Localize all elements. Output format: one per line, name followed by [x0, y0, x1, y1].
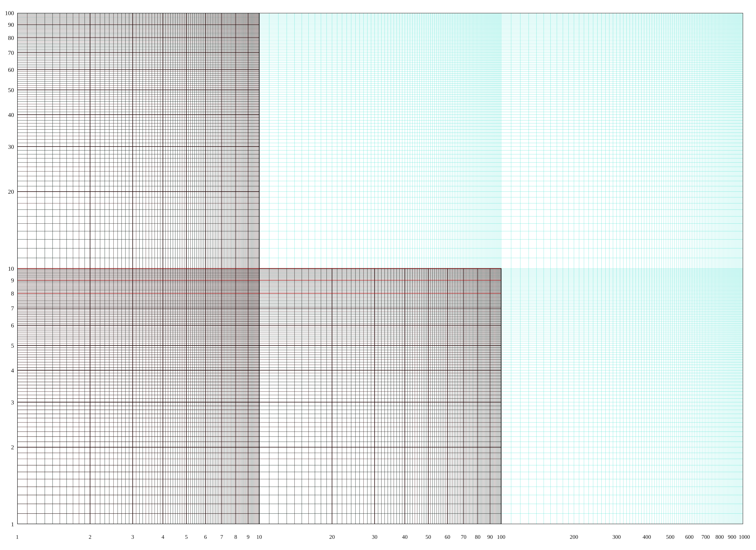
y-axis-label: 5 — [0, 342, 14, 349]
x-axis-label: 80 — [473, 534, 482, 540]
x-axis-label: 1000 — [739, 534, 747, 540]
y-axis-label: 2 — [0, 444, 14, 451]
x-axis-label: 7 — [217, 534, 226, 540]
y-axis-label: 7 — [0, 305, 14, 312]
y-axis-label: 100 — [0, 10, 14, 17]
y-axis-label: 4 — [0, 367, 14, 374]
x-axis-label: 400 — [642, 534, 651, 540]
y-axis-label: 20 — [0, 188, 14, 195]
x-axis-label: 800 — [715, 534, 724, 540]
x-axis-label: 600 — [685, 534, 694, 540]
y-axis-label: 9 — [0, 277, 14, 284]
x-axis-label: 8 — [232, 534, 240, 540]
chart-area: 1009080706050403020109876543211234567891… — [17, 13, 743, 524]
x-axis-label: 5 — [182, 534, 191, 540]
x-axis-label: 30 — [370, 534, 379, 540]
x-axis-label: 9 — [244, 534, 252, 540]
x-axis-label: 4 — [159, 534, 167, 540]
x-axis-label: 60 — [443, 534, 452, 540]
x-axis-label: 40 — [401, 534, 409, 540]
page: 1009080706050403020109876543211234567891… — [0, 0, 756, 550]
x-axis-label: 2 — [86, 534, 94, 540]
y-axis-label: 80 — [0, 34, 14, 41]
y-axis-label: 90 — [0, 21, 14, 28]
y-axis-label: 3 — [0, 399, 14, 406]
y-axis-label: 10 — [0, 265, 14, 272]
x-axis-label: 300 — [612, 534, 621, 540]
x-axis-label: 70 — [459, 534, 468, 540]
x-axis-label: 20 — [328, 534, 336, 540]
x-axis-label: 900 — [728, 534, 736, 540]
x-axis-label: 1 — [13, 534, 22, 540]
x-axis-label: 10 — [255, 534, 263, 540]
x-axis-label: 500 — [666, 534, 675, 540]
x-axis-label: 200 — [570, 534, 578, 540]
y-axis-label: 8 — [0, 290, 14, 297]
y-axis-label: 60 — [0, 66, 14, 73]
x-axis-label: 700 — [701, 534, 710, 540]
y-axis-label: 50 — [0, 87, 14, 94]
x-axis-label: 3 — [128, 534, 137, 540]
y-axis-label: 30 — [0, 143, 14, 150]
y-axis-label: 70 — [0, 49, 14, 56]
y-axis-label: 40 — [0, 111, 14, 118]
x-axis-label: 50 — [424, 534, 433, 540]
x-axis-label: 6 — [201, 534, 210, 540]
grid-canvas — [17, 13, 743, 524]
y-axis-label: 1 — [0, 521, 14, 528]
x-axis-label: 90 — [486, 534, 494, 540]
y-axis-label: 6 — [0, 322, 14, 329]
x-axis-label: 100 — [497, 534, 506, 540]
